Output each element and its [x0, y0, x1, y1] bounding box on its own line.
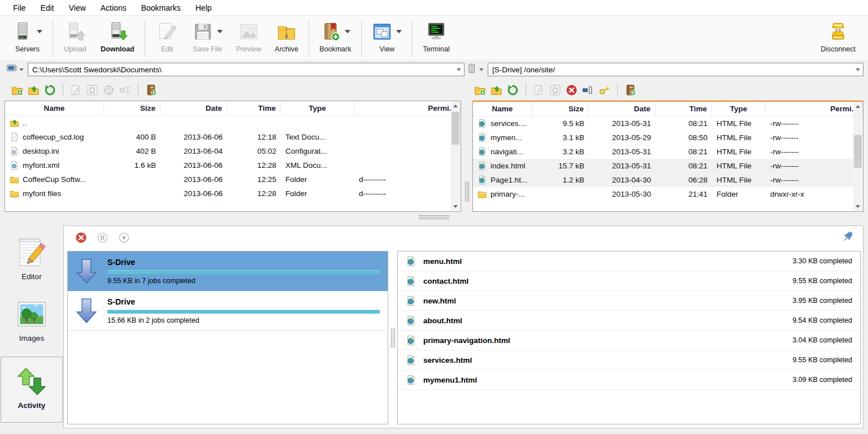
table-row[interactable]: CoffeeCup Softw...2013-06-0612:25Folderd… [5, 172, 451, 186]
target-button[interactable] [101, 83, 117, 97]
pin-button[interactable] [841, 231, 855, 246]
table-row[interactable]: primary-...2013-05-3021:41Folderdrwxr-xr… [473, 187, 853, 201]
column-header-date[interactable]: Date [589, 102, 656, 116]
parent-folder-button[interactable] [488, 83, 505, 97]
toolbar-button-edit[interactable]: Edit [149, 18, 186, 59]
scroll-up-button[interactable] [451, 102, 460, 110]
column-header-type[interactable]: Type [281, 101, 354, 115]
combobox-dropdown-button[interactable] [454, 63, 464, 76]
sidebar-item-activity[interactable]: Activity [1, 357, 63, 423]
refresh-button[interactable] [42, 83, 58, 97]
omega-button[interactable] [84, 83, 101, 97]
transfer-item[interactable]: S-Drive9.55 KB in 7 jobs completed [68, 251, 388, 291]
toolbar-button-view[interactable]: View [365, 18, 409, 59]
column-header-permissions[interactable]: Permi... [354, 101, 461, 115]
column-header-size[interactable]: Size [532, 102, 589, 116]
transfer-item[interactable]: S-Drive15.66 KB in 2 jobs completed [68, 291, 388, 331]
sidebar-item-images[interactable]: Images [3, 292, 60, 349]
table-row[interactable]: myfont.xml1.6 kB2013-06-0612:28XML Docu.… [5, 158, 451, 172]
scroll-down-button[interactable] [853, 202, 862, 211]
column-header-type[interactable]: Type [712, 102, 766, 116]
new-folder-button[interactable] [472, 83, 488, 97]
chevron-down-icon[interactable] [345, 30, 350, 33]
table-row[interactable]: desktop.ini402 B2013-06-0405:02Configura… [5, 144, 451, 158]
table-row[interactable]: .. [5, 116, 451, 130]
pane-splitter[interactable] [461, 101, 472, 212]
table-row[interactable]: mymen...3.1 kB2013-05-2908:50HTML File-r… [473, 131, 853, 145]
column-header-time[interactable]: Time [656, 102, 712, 116]
toolbar-button-bookmark[interactable]: Bookmark [313, 18, 358, 59]
table-row[interactable]: navigati...3.2 kB2013-05-3108:21HTML Fil… [473, 145, 853, 159]
pause-transfer-button[interactable] [97, 232, 108, 246]
toolbar-button-archive[interactable]: Archive [268, 18, 305, 59]
table-row[interactable]: myfont files2013-06-0612:28Folderd------… [5, 186, 451, 201]
table-row[interactable]: coffeecup_scd.log400 B2013-06-0612:18Tex… [5, 130, 451, 144]
column-header-date[interactable]: Date [160, 101, 227, 115]
toolbar-button-disconnect[interactable]: Disconnect [814, 18, 862, 59]
scrollbar-thumb[interactable] [854, 135, 862, 168]
column-header-name[interactable]: Name [5, 101, 104, 115]
chevron-down-icon[interactable] [19, 68, 24, 71]
column-header-permissions[interactable]: Permi... [766, 102, 863, 116]
menu-item-actions[interactable]: Actions [93, 0, 134, 16]
parent-folder-button[interactable] [25, 83, 42, 97]
text-cursor-button[interactable] [580, 83, 596, 97]
column-header-name[interactable]: Name [473, 102, 532, 116]
rename-button[interactable] [68, 83, 84, 97]
horizontal-splitter[interactable] [0, 212, 868, 222]
chevron-down-icon[interactable] [217, 30, 223, 33]
refresh-button[interactable] [505, 83, 521, 97]
table-row[interactable]: index.html15.7 kB2013-05-3108:21HTML Fil… [473, 159, 853, 173]
table-row[interactable]: services....9.5 kB2013-05-3108:21HTML Fi… [473, 116, 853, 131]
menu-item-view[interactable]: View [62, 0, 93, 16]
toolbar-button-upload[interactable]: Upload [57, 18, 94, 59]
column-header-size[interactable]: Size [104, 101, 160, 115]
chevron-down-icon[interactable] [479, 68, 484, 71]
list-item[interactable]: primary-navigation.html3.04 KB completed [398, 331, 860, 350]
toolbar-button-servers[interactable]: Servers [6, 18, 49, 59]
transfer-status: 9.55 KB in 7 jobs completed [107, 277, 381, 285]
toolbar-button-save-file[interactable]: Save File [186, 18, 229, 59]
menu-item-edit[interactable]: Edit [33, 0, 62, 16]
list-item[interactable]: menu.html3.30 KB completed [398, 251, 860, 271]
rename-button[interactable] [531, 83, 547, 97]
add-bookmark-button[interactable] [622, 83, 639, 97]
remote-drive-button[interactable] [465, 62, 485, 77]
file-name: myfont files [23, 189, 61, 198]
list-item[interactable]: services.html9.55 KB completed [398, 350, 860, 370]
remote-path-combobox[interactable]: [S-Drive] /one/site/ [488, 63, 863, 76]
scroll-up-button[interactable] [853, 102, 862, 111]
list-item[interactable]: about.html9.54 KB completed [398, 311, 860, 331]
list-item[interactable]: mymenu1.html3.09 KB completed [398, 370, 860, 390]
resume-transfer-button[interactable] [118, 232, 130, 246]
new-folder-icon [474, 84, 486, 96]
toolbar-button-download[interactable]: Download [94, 18, 141, 59]
menu-item-bookmarks[interactable]: Bookmarks [134, 0, 188, 16]
new-folder-button[interactable] [9, 83, 25, 97]
list-item[interactable]: new.html3.95 KB completed [398, 291, 860, 311]
permissions-button[interactable] [596, 83, 613, 97]
label-button[interactable] [117, 83, 133, 97]
cancel-transfer-button[interactable] [75, 232, 87, 246]
scrollbar-thumb[interactable] [452, 112, 459, 145]
local-scrollbar[interactable] [451, 102, 460, 211]
remote-scrollbar[interactable] [853, 102, 862, 211]
menu-item-file[interactable]: File [6, 0, 33, 16]
scroll-down-button[interactable] [451, 202, 460, 211]
chevron-down-icon[interactable] [37, 30, 42, 33]
menu-item-help[interactable]: Help [188, 0, 219, 16]
column-header-time[interactable]: Time [227, 101, 281, 115]
list-item[interactable]: contact.html9.55 KB completed [398, 271, 860, 291]
local-drive-button[interactable] [5, 62, 25, 77]
toolbar-button-terminal[interactable]: Terminal [416, 18, 456, 59]
local-path-combobox[interactable]: C:\Users\Scott Swedorski\Documents\ [28, 63, 465, 76]
sidebar-item-editor[interactable]: Editor [3, 230, 60, 287]
table-row[interactable]: Page1.ht...1.2 kB2013-04-3006:28HTML Fil… [473, 173, 853, 187]
delete-button[interactable] [563, 83, 580, 97]
combobox-dropdown-button[interactable] [853, 63, 863, 76]
chevron-down-icon[interactable] [396, 30, 402, 33]
toolbar-button-preview[interactable]: Preview [229, 18, 268, 59]
activity-splitter[interactable] [388, 251, 397, 424]
add-bookmark-button[interactable] [143, 83, 159, 97]
omega-button[interactable] [547, 83, 563, 97]
